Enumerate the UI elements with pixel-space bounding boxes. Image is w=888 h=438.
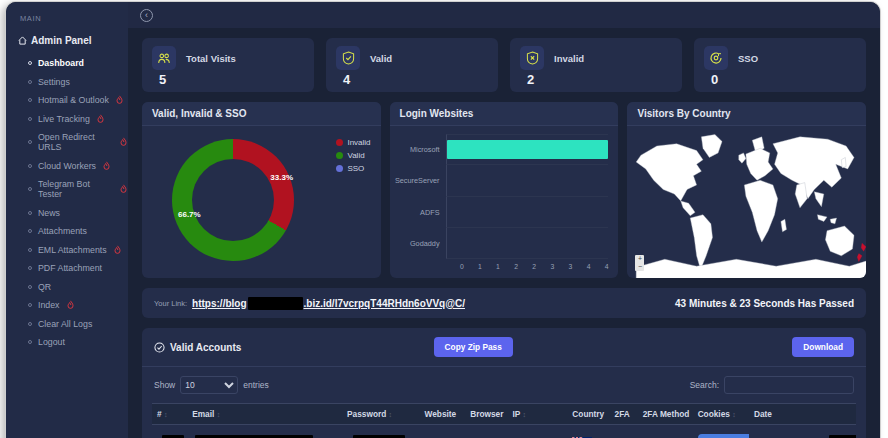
map-zoom-in-icon: + bbox=[635, 255, 644, 263]
bar-category-label: SecureServer bbox=[394, 176, 446, 185]
fire-icon bbox=[119, 184, 128, 194]
page-size-select[interactable]: 10 bbox=[180, 376, 238, 394]
bullet-icon bbox=[28, 117, 32, 121]
map-card: Visitors By Country bbox=[627, 102, 866, 278]
sidebar: MAIN Admin Panel Dashboard Settings Hotm… bbox=[6, 2, 128, 438]
bar-chart-card: Login Websites Microsoft SecureServer bbox=[390, 102, 619, 278]
valid-accounts-card: Valid Accounts Copy Zip Pass Download Sh… bbox=[142, 328, 866, 438]
col-website[interactable]: Website bbox=[420, 404, 466, 425]
fire-icon bbox=[115, 95, 124, 105]
sidebar-item-telegram-bot-tester[interactable]: Telegram Bot Tester bbox=[18, 179, 128, 199]
bullet-icon bbox=[28, 140, 32, 144]
sidebar-item-clear-all-logs[interactable]: Clear All Logs bbox=[18, 319, 128, 329]
sidebar-item-open-redirect-urls[interactable]: Open Redirect URLS bbox=[18, 132, 128, 152]
donut-slice-label-valid: 66.7% bbox=[178, 210, 201, 219]
stat-label: Invalid bbox=[554, 53, 584, 64]
fire-icon bbox=[113, 245, 122, 255]
charts-row: Valid, Invalid & SSO 33.3% 66.7% Invalid bbox=[142, 102, 866, 278]
table-controls: Show 10 entries Search: bbox=[142, 367, 866, 403]
legend-item-invalid[interactable]: Invalid bbox=[336, 138, 370, 147]
map-title: Visitors By Country bbox=[627, 102, 866, 126]
2fa-cell: No bbox=[610, 425, 638, 438]
sidebar-item-hotmail-outlook[interactable]: Hotmail & Outlook bbox=[18, 95, 128, 105]
sidebar-item-settings[interactable]: Settings bbox=[18, 77, 128, 87]
your-link-label: Your Link: bbox=[154, 299, 187, 308]
fire-icon bbox=[66, 300, 75, 310]
donut-legend: Invalid Valid SSO bbox=[336, 138, 370, 173]
stat-value: 2 bbox=[527, 72, 672, 87]
stat-card-valid: Valid 4 bbox=[326, 38, 498, 92]
accounts-table: # ↕ Email ↕ Password ↕ Website Browser I… bbox=[152, 403, 856, 438]
search-input[interactable] bbox=[724, 376, 854, 394]
bullet-icon bbox=[28, 211, 32, 215]
bar-microsoft[interactable] bbox=[447, 140, 609, 159]
donut-chart-title: Valid, Invalid & SSO bbox=[142, 102, 381, 126]
valid-accounts-title: Valid Accounts bbox=[154, 342, 434, 353]
stat-label: Total Visits bbox=[186, 53, 236, 64]
stat-value: 0 bbox=[711, 72, 856, 87]
sidebar-item-news[interactable]: News bbox=[18, 208, 128, 218]
stat-card-total-visits: Total Visits 5 bbox=[142, 38, 314, 92]
sidebar-item-cloud-workers[interactable]: Cloud Workers bbox=[18, 161, 128, 171]
sidebar-item-index[interactable]: Index bbox=[18, 300, 128, 310]
get-cookie-button[interactable]: Get Cookie bbox=[698, 434, 749, 438]
legend-dot-invalid bbox=[336, 139, 343, 146]
bar-row-godaddy: Godaddy bbox=[394, 228, 609, 259]
redaction-box bbox=[829, 435, 856, 438]
stats-row: Total Visits 5 Valid 4 bbox=[142, 38, 866, 92]
bullet-icon bbox=[28, 266, 32, 270]
col-ip[interactable]: IP ↕ bbox=[508, 404, 568, 425]
map-zoom-control[interactable]: +− bbox=[635, 255, 644, 271]
sidebar-item-live-tracking[interactable]: Live Tracking bbox=[18, 114, 128, 124]
bullet-icon bbox=[28, 248, 32, 252]
fire-icon bbox=[119, 137, 128, 147]
col-country[interactable]: Country bbox=[567, 404, 609, 425]
donut-chart[interactable]: 33.3% 66.7% bbox=[172, 139, 294, 261]
legend-item-sso[interactable]: SSO bbox=[336, 164, 370, 173]
bar-category-label: ADFS bbox=[394, 208, 446, 217]
bullet-icon bbox=[28, 303, 32, 307]
website-cell: Office365 bbox=[420, 425, 466, 438]
col-cookies[interactable]: Cookies ↕ bbox=[693, 404, 749, 425]
sidebar-brand[interactable]: Admin Panel bbox=[18, 35, 128, 46]
valid-accounts-header: Valid Accounts Copy Zip Pass Download bbox=[142, 328, 866, 367]
collapse-sidebar-icon[interactable]: ‹ bbox=[140, 9, 153, 22]
fire-icon bbox=[102, 161, 111, 171]
legend-item-valid[interactable]: Valid bbox=[336, 151, 370, 160]
col-email[interactable]: Email ↕ bbox=[187, 404, 342, 425]
table-header-row: # ↕ Email ↕ Password ↕ Website Browser I… bbox=[152, 404, 856, 425]
bullet-icon bbox=[28, 187, 32, 191]
sidebar-item-pdf-attachment[interactable]: PDF Attachment bbox=[18, 263, 128, 273]
stat-label: Valid bbox=[370, 53, 392, 64]
download-button[interactable]: Download bbox=[792, 337, 854, 357]
map-zoom-out-icon: − bbox=[635, 263, 644, 271]
col-password[interactable]: Password ↕ bbox=[342, 404, 419, 425]
col-browser[interactable]: Browser bbox=[465, 404, 507, 425]
legend-dot-valid bbox=[336, 152, 343, 159]
col-2fa-method[interactable]: 2FA Method bbox=[638, 404, 693, 425]
bullet-icon bbox=[28, 285, 32, 289]
shield-check-icon bbox=[336, 46, 360, 70]
date-cell: Thu, Dec 18, 2025, bbox=[749, 425, 856, 438]
sso-icon bbox=[704, 46, 728, 70]
col-2fa[interactable]: 2FA bbox=[610, 404, 638, 425]
bullet-icon bbox=[28, 80, 32, 84]
bar-row-microsoft: Microsoft bbox=[394, 134, 609, 165]
bar-category-label: Microsoft bbox=[394, 145, 446, 154]
sidebar-item-qr[interactable]: QR bbox=[18, 282, 128, 292]
donut-chart-card: Valid, Invalid & SSO 33.3% 66.7% Invalid bbox=[142, 102, 381, 278]
sidebar-item-dashboard[interactable]: Dashboard bbox=[18, 58, 128, 68]
bar-row-secureserver: SecureServer bbox=[394, 165, 609, 196]
bar-category-label: Godaddy bbox=[394, 239, 446, 248]
sidebar-item-eml-attachments[interactable]: EML Attachments bbox=[18, 245, 128, 255]
col-num[interactable]: # ↕ bbox=[152, 404, 187, 425]
world-map[interactable] bbox=[633, 130, 866, 278]
col-date[interactable]: Date bbox=[749, 404, 856, 425]
copy-zip-pass-button[interactable]: Copy Zip Pass bbox=[434, 337, 513, 357]
sidebar-item-attachments[interactable]: Attachments bbox=[18, 226, 128, 236]
bar-chart: Microsoft SecureServer ADFS bbox=[394, 134, 609, 273]
phishing-link[interactable]: https://blog.biz.id/l7vcrpqT44RHdn6oVVq@… bbox=[192, 297, 465, 310]
legend-dot-sso bbox=[336, 165, 343, 172]
sidebar-item-logout[interactable]: Logout bbox=[18, 337, 128, 347]
redaction-box bbox=[353, 435, 405, 438]
